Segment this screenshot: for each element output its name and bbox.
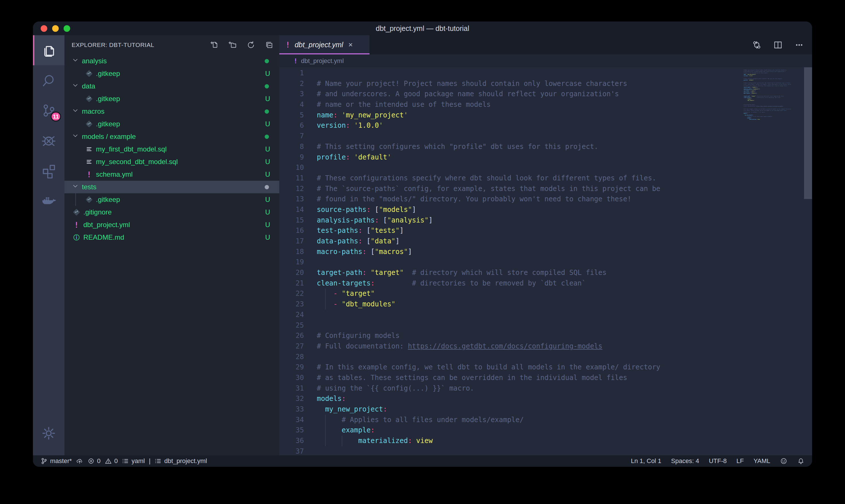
code-line[interactable]: 31# using the `{{ config(...) }}` macro. [279, 383, 812, 394]
line-number[interactable]: 34 [279, 415, 308, 425]
line-number[interactable]: 4 [279, 100, 308, 110]
line-number[interactable]: 3 [279, 89, 308, 100]
code-line[interactable]: 2# Name your project! Project names shou… [279, 78, 812, 89]
code-line[interactable]: 19 [279, 257, 812, 268]
tree-folder-data[interactable]: data [65, 80, 279, 92]
code-line[interactable]: 35 example: [279, 425, 812, 435]
code-line[interactable]: 12# The `source-paths` config, for examp… [279, 183, 812, 194]
line-number[interactable]: 22 [279, 288, 308, 299]
line-number[interactable]: 32 [279, 394, 308, 404]
status-language-mode[interactable]: YAML [754, 457, 770, 465]
line-number[interactable]: 17 [279, 236, 308, 247]
tree-file--gitkeep[interactable]: .gitkeepU [65, 92, 279, 105]
line-number[interactable]: 10 [279, 162, 308, 173]
code-line[interactable]: 1 [279, 68, 812, 78]
code-line[interactable]: 37 [279, 446, 812, 455]
code-line[interactable]: 3# and underscores. A good package name … [279, 89, 812, 100]
status-errors[interactable]: 0 [87, 457, 101, 465]
code-line[interactable]: 21clean-targets: # directories to be rem… [279, 278, 812, 289]
code-line[interactable]: 24 [279, 309, 812, 320]
line-number[interactable]: 19 [279, 257, 308, 268]
tree-file-my-first-dbt-model-sql[interactable]: my_first_dbt_model.sqlU [65, 143, 279, 156]
activity-item-extensions[interactable] [33, 156, 65, 185]
line-number[interactable]: 7 [279, 131, 308, 142]
line-number[interactable]: 33 [279, 404, 308, 415]
code-editor[interactable]: 12# Name your project! Project names sho… [279, 67, 812, 455]
code-line[interactable]: 4# name or the intended use of these mod… [279, 100, 812, 110]
code-line[interactable]: 14source-paths: ["models"] [279, 204, 812, 215]
status-feedback[interactable] [780, 457, 787, 465]
line-number[interactable]: 36 [279, 435, 308, 446]
code-line[interactable]: 6version: '1.0.0' [279, 120, 812, 131]
code-line[interactable]: 17data-paths: ["data"] [279, 236, 812, 247]
status-publish[interactable] [76, 457, 83, 465]
tree-folder-analysis[interactable]: analysis [65, 55, 279, 67]
status-warnings[interactable]: 0 [105, 457, 118, 465]
line-number[interactable]: 37 [279, 446, 308, 455]
line-number[interactable]: 14 [279, 204, 308, 215]
tab-dbt-project-yml[interactable]: ! dbt_project.yml × [279, 35, 370, 54]
activity-item-explorer[interactable] [33, 35, 65, 65]
code-line[interactable]: 5name: 'my_new_project' [279, 110, 812, 121]
split-editor-button[interactable] [773, 40, 783, 50]
line-number[interactable]: 29 [279, 362, 308, 373]
activity-item-search[interactable] [33, 65, 65, 95]
tree-file-schema-yml[interactable]: !schema.ymlU [65, 168, 279, 181]
line-number[interactable]: 13 [279, 194, 308, 204]
breadcrumb[interactable]: ! dbt_project.yml [279, 54, 812, 67]
line-number[interactable]: 18 [279, 247, 308, 257]
code-line[interactable]: 32models: [279, 394, 812, 404]
line-number[interactable]: 11 [279, 173, 308, 183]
tree-file--gitignore[interactable]: .gitignoreU [65, 206, 279, 218]
line-number[interactable]: 9 [279, 152, 308, 163]
new-file-button[interactable] [210, 41, 219, 49]
code-line[interactable]: 18macro-paths: ["macros"] [279, 247, 812, 257]
new-folder-button[interactable] [228, 41, 237, 49]
status-indentation[interactable]: Spaces: 4 [671, 457, 699, 465]
code-line[interactable]: 27# Full documentation: https://docs.get… [279, 341, 812, 352]
status-yaml-outline[interactable]: yaml [122, 457, 145, 465]
refresh-button[interactable] [247, 41, 255, 49]
line-number[interactable]: 12 [279, 183, 308, 194]
tree-folder-models-example[interactable]: models / example [65, 130, 279, 143]
code-line[interactable]: 36 materialized: view [279, 435, 812, 446]
code-line[interactable]: 16test-paths: ["tests"] [279, 226, 812, 236]
line-number[interactable]: 28 [279, 352, 308, 362]
code-line[interactable]: 10 [279, 162, 812, 173]
activity-item-source-control[interactable]: 11 [33, 95, 65, 125]
code-line[interactable]: 15analysis-paths: ["analysis"] [279, 215, 812, 226]
tree-file-dbt-project-yml[interactable]: !dbt_project.ymlU [65, 218, 279, 231]
collapse-all-button[interactable] [265, 41, 273, 49]
status-notifications[interactable] [797, 457, 805, 465]
activity-item-run-debug[interactable] [33, 125, 65, 156]
code-line[interactable]: 7 [279, 131, 812, 142]
tree-file-readme-md[interactable]: README.mdU [65, 231, 279, 244]
open-changes-button[interactable] [752, 40, 762, 50]
code-line[interactable]: 8# This setting configures which "profil… [279, 142, 812, 152]
tree-file-my-second-dbt-model-sql[interactable]: my_second_dbt_model.sqlU [65, 156, 279, 168]
status-encoding[interactable]: UTF-8 [709, 457, 727, 465]
activity-item-docker[interactable] [33, 185, 65, 216]
line-number[interactable]: 24 [279, 309, 308, 320]
line-number[interactable]: 23 [279, 299, 308, 309]
code-line[interactable]: 13# found in the "models/" directory. Yo… [279, 194, 812, 204]
tree-file--gitkeep[interactable]: .gitkeepU [65, 67, 279, 80]
code-line[interactable]: 30# as tables. These settings can be ove… [279, 373, 812, 383]
line-number[interactable]: 30 [279, 373, 308, 383]
more-actions-button[interactable] [794, 40, 804, 50]
status-file-outline[interactable]: dbt_project.yml [155, 457, 207, 465]
line-number[interactable]: 8 [279, 142, 308, 152]
status-git-branch[interactable]: master* [40, 457, 72, 465]
minimap[interactable]: # Name your project! Project names shoul… [743, 68, 804, 455]
tree-folder-macros[interactable]: macros [65, 105, 279, 118]
line-number[interactable]: 2 [279, 78, 308, 89]
tree-file--gitkeep[interactable]: .gitkeepU [65, 193, 279, 206]
line-number[interactable]: 25 [279, 320, 308, 331]
editor-scrollbar[interactable] [804, 67, 812, 199]
line-number[interactable]: 16 [279, 226, 308, 236]
code-line[interactable]: 11# These configurations specify where d… [279, 173, 812, 183]
line-number[interactable]: 1 [279, 68, 308, 78]
tree-file--gitkeep[interactable]: .gitkeepU [65, 118, 279, 130]
status-eol[interactable]: LF [736, 457, 744, 465]
line-number[interactable]: 35 [279, 425, 308, 435]
